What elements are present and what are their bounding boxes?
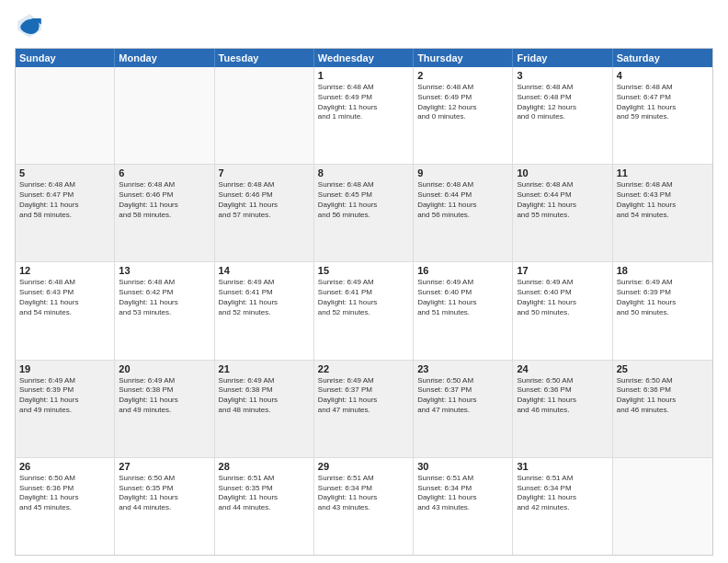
calendar-cell-2-2: 14Sunrise: 6:49 AM Sunset: 6:41 PM Dayli…: [215, 262, 314, 359]
day-info: Sunrise: 6:49 AM Sunset: 6:39 PM Dayligh…: [19, 376, 110, 416]
calendar-cell-1-4: 9Sunrise: 6:48 AM Sunset: 6:44 PM Daylig…: [414, 165, 513, 261]
calendar-cell-3-4: 23Sunrise: 6:50 AM Sunset: 6:37 PM Dayli…: [414, 361, 513, 457]
day-number: 17: [517, 265, 608, 276]
day-number: 3: [517, 70, 608, 81]
calendar-cell-2-1: 13Sunrise: 6:48 AM Sunset: 6:42 PM Dayli…: [115, 262, 214, 359]
day-number: 13: [119, 265, 210, 276]
calendar-cell-1-5: 10Sunrise: 6:48 AM Sunset: 6:44 PM Dayli…: [513, 165, 612, 261]
day-number: 25: [617, 363, 709, 374]
day-info: Sunrise: 6:49 AM Sunset: 6:40 PM Dayligh…: [517, 278, 608, 317]
calendar-row-3: 19Sunrise: 6:49 AM Sunset: 6:39 PM Dayli…: [16, 361, 712, 458]
day-info: Sunrise: 6:48 AM Sunset: 6:49 PM Dayligh…: [318, 83, 409, 122]
day-info: Sunrise: 6:50 AM Sunset: 6:36 PM Dayligh…: [517, 376, 608, 416]
day-info: Sunrise: 6:48 AM Sunset: 6:43 PM Dayligh…: [19, 278, 110, 317]
calendar-cell-3-3: 22Sunrise: 6:49 AM Sunset: 6:37 PM Dayli…: [314, 361, 414, 457]
calendar-cell-3-2: 21Sunrise: 6:49 AM Sunset: 6:38 PM Dayli…: [215, 361, 314, 457]
day-info: Sunrise: 6:49 AM Sunset: 6:41 PM Dayligh…: [318, 278, 409, 317]
day-number: 1: [318, 70, 409, 81]
logo: [15, 11, 48, 40]
day-info: Sunrise: 6:48 AM Sunset: 6:43 PM Dayligh…: [617, 180, 709, 220]
day-number: 26: [19, 461, 110, 472]
day-number: 21: [219, 363, 310, 374]
day-number: 24: [517, 363, 608, 374]
day-number: 9: [417, 167, 508, 178]
calendar-cell-0-1: [115, 67, 214, 164]
calendar-cell-3-5: 24Sunrise: 6:50 AM Sunset: 6:36 PM Dayli…: [513, 361, 612, 457]
header: [15, 11, 713, 40]
calendar-cell-3-6: 25Sunrise: 6:50 AM Sunset: 6:36 PM Dayli…: [613, 361, 712, 457]
calendar-cell-4-1: 27Sunrise: 6:50 AM Sunset: 6:35 PM Dayli…: [115, 458, 214, 555]
day-info: Sunrise: 6:48 AM Sunset: 6:48 PM Dayligh…: [517, 83, 608, 122]
day-number: 16: [417, 265, 508, 276]
day-info: Sunrise: 6:49 AM Sunset: 6:39 PM Dayligh…: [617, 278, 709, 317]
weekday-header-saturday: Saturday: [613, 49, 712, 67]
day-info: Sunrise: 6:48 AM Sunset: 6:44 PM Dayligh…: [517, 180, 608, 220]
day-number: 5: [19, 167, 110, 178]
day-number: 6: [119, 167, 210, 178]
calendar-cell-4-0: 26Sunrise: 6:50 AM Sunset: 6:36 PM Dayli…: [16, 458, 115, 555]
calendar-cell-0-6: 4Sunrise: 6:48 AM Sunset: 6:47 PM Daylig…: [613, 67, 712, 164]
page: SundayMondayTuesdayWednesdayThursdayFrid…: [0, 0, 728, 563]
day-info: Sunrise: 6:50 AM Sunset: 6:36 PM Dayligh…: [19, 474, 110, 513]
day-info: Sunrise: 6:49 AM Sunset: 6:37 PM Dayligh…: [318, 376, 409, 416]
calendar-row-4: 26Sunrise: 6:50 AM Sunset: 6:36 PM Dayli…: [16, 458, 712, 555]
day-info: Sunrise: 6:48 AM Sunset: 6:42 PM Dayligh…: [119, 278, 210, 317]
calendar-body: 1Sunrise: 6:48 AM Sunset: 6:49 PM Daylig…: [16, 67, 712, 555]
calendar-cell-3-0: 19Sunrise: 6:49 AM Sunset: 6:39 PM Dayli…: [16, 361, 115, 457]
day-number: 23: [417, 363, 508, 374]
day-number: 22: [318, 363, 409, 374]
calendar-cell-0-0: [16, 67, 115, 164]
day-number: 12: [19, 265, 110, 276]
day-info: Sunrise: 6:51 AM Sunset: 6:34 PM Dayligh…: [318, 474, 409, 513]
day-number: 28: [219, 461, 310, 472]
calendar-cell-2-3: 15Sunrise: 6:49 AM Sunset: 6:41 PM Dayli…: [314, 262, 414, 359]
calendar-cell-4-2: 28Sunrise: 6:51 AM Sunset: 6:35 PM Dayli…: [215, 458, 314, 555]
day-number: 30: [417, 461, 508, 472]
calendar-cell-2-0: 12Sunrise: 6:48 AM Sunset: 6:43 PM Dayli…: [16, 262, 115, 359]
day-info: Sunrise: 6:49 AM Sunset: 6:38 PM Dayligh…: [219, 376, 310, 416]
calendar-cell-4-3: 29Sunrise: 6:51 AM Sunset: 6:34 PM Dayli…: [314, 458, 414, 555]
calendar-cell-3-1: 20Sunrise: 6:49 AM Sunset: 6:38 PM Dayli…: [115, 361, 214, 457]
day-number: 19: [19, 363, 110, 374]
day-number: 7: [219, 167, 310, 178]
calendar-header: SundayMondayTuesdayWednesdayThursdayFrid…: [16, 49, 712, 67]
calendar-cell-0-4: 2Sunrise: 6:48 AM Sunset: 6:49 PM Daylig…: [414, 67, 513, 164]
day-info: Sunrise: 6:49 AM Sunset: 6:40 PM Dayligh…: [417, 278, 508, 317]
calendar-row-0: 1Sunrise: 6:48 AM Sunset: 6:49 PM Daylig…: [16, 67, 712, 165]
day-info: Sunrise: 6:48 AM Sunset: 6:45 PM Dayligh…: [318, 180, 409, 220]
day-info: Sunrise: 6:49 AM Sunset: 6:38 PM Dayligh…: [119, 376, 210, 416]
day-number: 15: [318, 265, 409, 276]
day-info: Sunrise: 6:51 AM Sunset: 6:34 PM Dayligh…: [417, 474, 508, 513]
calendar-cell-1-3: 8Sunrise: 6:48 AM Sunset: 6:45 PM Daylig…: [314, 165, 414, 261]
calendar-cell-0-3: 1Sunrise: 6:48 AM Sunset: 6:49 PM Daylig…: [314, 67, 414, 164]
calendar-cell-1-1: 6Sunrise: 6:48 AM Sunset: 6:46 PM Daylig…: [115, 165, 214, 261]
day-info: Sunrise: 6:48 AM Sunset: 6:49 PM Dayligh…: [417, 83, 508, 122]
day-number: 31: [517, 461, 608, 472]
weekday-header-sunday: Sunday: [16, 49, 115, 67]
day-number: 10: [517, 167, 608, 178]
day-number: 18: [617, 265, 709, 276]
day-number: 11: [617, 167, 709, 178]
day-info: Sunrise: 6:48 AM Sunset: 6:46 PM Dayligh…: [219, 180, 310, 220]
day-info: Sunrise: 6:48 AM Sunset: 6:47 PM Dayligh…: [617, 83, 709, 122]
day-number: 20: [119, 363, 210, 374]
weekday-header-wednesday: Wednesday: [314, 49, 414, 67]
day-info: Sunrise: 6:48 AM Sunset: 6:46 PM Dayligh…: [119, 180, 210, 220]
day-info: Sunrise: 6:50 AM Sunset: 6:35 PM Dayligh…: [119, 474, 210, 513]
day-number: 4: [617, 70, 709, 81]
day-info: Sunrise: 6:50 AM Sunset: 6:37 PM Dayligh…: [417, 376, 508, 416]
calendar: SundayMondayTuesdayWednesdayThursdayFrid…: [15, 48, 713, 556]
day-info: Sunrise: 6:49 AM Sunset: 6:41 PM Dayligh…: [219, 278, 310, 317]
calendar-row-1: 5Sunrise: 6:48 AM Sunset: 6:47 PM Daylig…: [16, 165, 712, 262]
day-number: 14: [219, 265, 310, 276]
weekday-header-tuesday: Tuesday: [215, 49, 314, 67]
calendar-cell-4-4: 30Sunrise: 6:51 AM Sunset: 6:34 PM Dayli…: [414, 458, 513, 555]
calendar-cell-4-5: 31Sunrise: 6:51 AM Sunset: 6:34 PM Dayli…: [513, 458, 612, 555]
calendar-cell-2-5: 17Sunrise: 6:49 AM Sunset: 6:40 PM Dayli…: [513, 262, 612, 359]
weekday-header-friday: Friday: [513, 49, 612, 67]
day-number: 2: [417, 70, 508, 81]
calendar-cell-4-6: [613, 458, 712, 555]
calendar-cell-2-6: 18Sunrise: 6:49 AM Sunset: 6:39 PM Dayli…: [613, 262, 712, 359]
day-number: 8: [318, 167, 409, 178]
day-info: Sunrise: 6:48 AM Sunset: 6:44 PM Dayligh…: [417, 180, 508, 220]
